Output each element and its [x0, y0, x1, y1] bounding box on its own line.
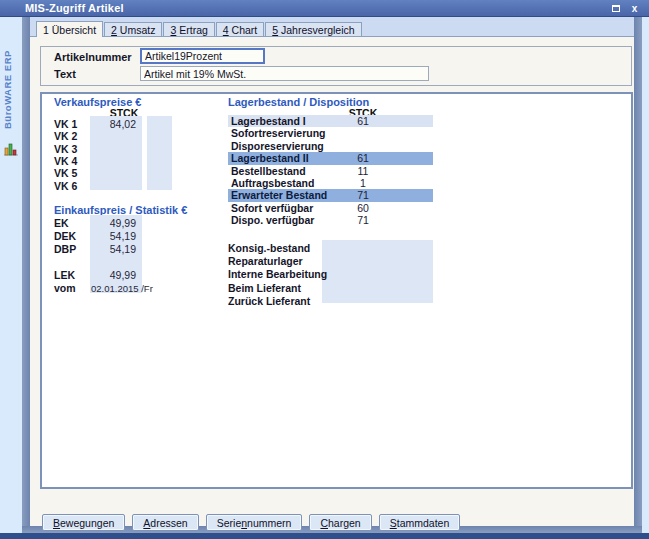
sales-row-label: VK 6 — [54, 180, 77, 192]
seriennummern-button[interactable]: Seriennummern — [206, 514, 303, 531]
stock-extra-label: Beim Lieferant — [228, 282, 301, 294]
stock-extra-label: Konsig.-bestand — [228, 242, 310, 254]
purchase-row-label: EK — [54, 217, 69, 229]
sales-row-value: 84,02 — [90, 118, 136, 130]
sales-row-label: VK 1 — [54, 118, 77, 130]
stock-row: Sofortreservierung — [228, 127, 433, 139]
purchase-row-label: vom — [54, 282, 76, 294]
purchase-row-value: 49,99 — [90, 217, 136, 229]
purchase-row-label: DEK — [54, 230, 76, 242]
window-title: MIS-Zugriff Artikel — [25, 0, 124, 17]
app-bottom-bar — [0, 533, 649, 539]
sales-row-label: VK 2 — [54, 130, 77, 142]
stock-row: Auftragsbestand1 — [228, 177, 433, 189]
bewegungen-button[interactable]: Bewegungen — [42, 514, 125, 531]
stock-row: Erwarteter Bestand71 — [228, 189, 433, 201]
stock-extra-label: Reparaturlager — [228, 255, 303, 267]
purchase-row-value: 49,99 — [90, 269, 136, 281]
restore-icon[interactable] — [609, 2, 622, 15]
stock-row: Lagerbestand I61 — [228, 115, 433, 127]
sales-row-label: VK 4 — [54, 155, 77, 167]
stock-extra-label: Interne Bearbeitung — [228, 268, 327, 280]
stock-row: Dispo. verfügbar71 — [228, 214, 433, 226]
tab-uebersicht[interactable]: 1 Übersicht — [36, 21, 103, 37]
purchase-row-label: DBP — [54, 243, 76, 255]
stock-row: Sofort verfügbar60 — [228, 202, 433, 214]
titlebar: MIS-Zugriff Artikel x — [0, 0, 649, 17]
button-bar: Bewegungen Adressen Seriennummern Charge… — [42, 514, 460, 531]
stock-extra-value-box — [322, 240, 433, 303]
adressen-button[interactable]: Adressen — [132, 514, 198, 531]
statistics-chart-icon — [3, 142, 19, 161]
tab-ertrag[interactable]: 3 Ertrag — [163, 22, 214, 36]
chargen-button[interactable]: Chargen — [309, 514, 371, 531]
purchase-row-value: 54,19 — [90, 230, 136, 242]
text-input[interactable] — [140, 66, 429, 81]
window-border-right — [634, 17, 642, 533]
purchase-date-value: 02.01.2015 /Fr — [91, 283, 153, 294]
close-icon[interactable]: x — [628, 2, 641, 15]
app-skin-strip: BüroWARE ERP — [0, 17, 22, 533]
sales-row-label: VK 3 — [54, 143, 77, 155]
text-label: Text — [54, 68, 76, 80]
window-border-left — [22, 17, 30, 533]
sales-row-label: VK 5 — [54, 167, 77, 179]
tab-strip: 1 Übersicht 2 Umsatz 3 Ertrag 4 Chart 5 … — [30, 21, 634, 37]
stock-row: Disporeservierung — [228, 140, 433, 152]
purchase-row-value: 54,19 — [90, 243, 136, 255]
stock-extra-label: Zurück Lieferant — [228, 295, 310, 307]
tab-jahresvergleich[interactable]: 5 Jahresvergleich — [265, 22, 361, 36]
artikelnummer-label: Artikelnummer — [54, 51, 132, 63]
tab-umsatz[interactable]: 2 Umsatz — [104, 22, 162, 36]
brand-logo-text: BüroWARE ERP — [2, 39, 13, 129]
artikelnummer-input[interactable] — [140, 48, 265, 64]
stock-row: Bestellbestand11 — [228, 165, 433, 177]
tab-chart[interactable]: 4 Chart — [216, 22, 264, 36]
app-window: MIS-Zugriff Artikel x BüroWARE ERP 1 Übe… — [0, 0, 649, 539]
sales-second-column — [147, 116, 172, 190]
purchase-row-label: LEK — [54, 269, 75, 281]
stock-row: Lagerbestand II61 — [228, 152, 433, 164]
stammdaten-button[interactable]: Stammdaten — [379, 514, 461, 531]
